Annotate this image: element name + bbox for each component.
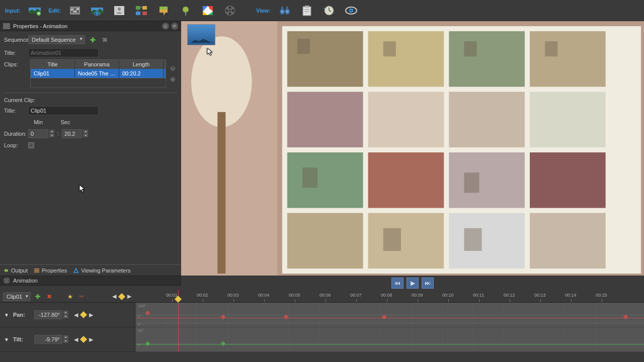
pan-disclosure-icon[interactable]: ▼	[4, 312, 9, 318]
panorama-thumbnail[interactable]	[187, 24, 215, 45]
timeline-toolbar: Clip01 ✚ ✖ ★ ✂ ◀ ▶	[0, 291, 136, 303]
panorama-viewport[interactable]	[181, 21, 644, 276]
tilt-lane[interactable]: 90° 0°	[136, 327, 644, 352]
history-clock-icon[interactable]	[320, 3, 338, 18]
current-clip-label: Current Clip:	[4, 97, 177, 103]
add-sequence-button[interactable]: ✚	[88, 35, 97, 44]
clip-row[interactable]: Clip01 Node05 The Do... 00:20.2	[31, 69, 166, 78]
remove-clip-button[interactable]: ⊖	[168, 63, 177, 72]
equalizer-icon[interactable]	[66, 3, 84, 18]
tilt-next-key[interactable]: ▶	[88, 336, 95, 343]
visibility-eye-icon[interactable]	[342, 3, 360, 18]
svg-point-8	[74, 11, 76, 13]
clip-title-input[interactable]	[28, 106, 99, 115]
panel-close-icon[interactable]: ✕	[171, 23, 178, 30]
ruler-mark: 00:03	[227, 293, 239, 298]
tilt-stepper[interactable]: ▴▾	[63, 335, 68, 343]
timeline-keyframe-nav: ◀ ▶	[111, 293, 133, 300]
play-button[interactable]: ▶	[407, 278, 419, 289]
panel-collapse-icon[interactable]: ⊙	[162, 23, 169, 30]
pan-label: Pan:	[13, 312, 34, 318]
svg-rect-71	[530, 213, 606, 268]
tilt-prev-key[interactable]: ◀	[72, 336, 79, 343]
add-clip-button[interactable]: ⊕	[168, 74, 177, 83]
pan-lane[interactable]: 360° 0° 0°	[136, 303, 644, 327]
col-title[interactable]: Title	[31, 60, 75, 69]
svg-rect-67	[530, 152, 606, 208]
pan-next-key[interactable]: ▶	[88, 311, 95, 318]
svg-point-30	[226, 9, 228, 12]
delete-sequence-button[interactable]: ✖	[100, 35, 109, 44]
tour-nodes-icon[interactable]	[132, 3, 150, 18]
animation-reel-icon[interactable]	[221, 3, 239, 18]
view-section-label: View:	[256, 8, 271, 14]
timeline-cut-button[interactable]: ✂	[77, 292, 86, 301]
sequence-label: Sequence:	[4, 37, 28, 43]
map-pin-icon[interactable]	[154, 3, 173, 18]
svg-point-82	[8, 280, 9, 282]
svg-rect-73	[383, 41, 396, 56]
preview-panorama-icon[interactable]	[88, 3, 106, 18]
pan-prev-key[interactable]: ◀	[72, 311, 79, 318]
anim-title-input[interactable]	[28, 48, 99, 57]
svg-rect-68	[287, 213, 363, 268]
pan-add-key[interactable]	[80, 311, 87, 318]
pan-value-input[interactable]	[34, 310, 62, 319]
skip-end-button[interactable]: ⏭	[422, 278, 434, 289]
timeline: Clip01 ✚ ✖ ★ ✂ ◀ ▶ ▼ Pan: ▴▾ ◀ ▶ ▼	[0, 291, 644, 352]
tab-output[interactable]: Output	[3, 267, 28, 274]
sequence-select[interactable]: Default Sequence	[28, 35, 85, 44]
clips-table: Title Panorama Length Clip01 Node05 The …	[30, 59, 166, 87]
sidebar-tabs: Output Properties Viewing Parameters	[0, 264, 181, 276]
next-key-button[interactable]: ▶	[126, 293, 133, 300]
col-panorama[interactable]: Panorama	[75, 60, 119, 69]
prev-key-button[interactable]: ◀	[111, 293, 118, 300]
clip-title-label: Title:	[4, 108, 28, 114]
svg-rect-64	[287, 152, 363, 208]
ruler-mark: 00:06	[319, 293, 331, 298]
timeline-tracks-panel: Clip01 ✚ ✖ ★ ✂ ◀ ▶ ▼ Pan: ▴▾ ◀ ▶ ▼	[0, 291, 136, 352]
svg-rect-75	[545, 41, 557, 56]
loop-checkbox[interactable]: ✓	[28, 142, 34, 148]
timeline-add-button[interactable]: ✚	[33, 292, 42, 301]
panel-title: Properties - Animation	[13, 23, 160, 29]
clips-label: Clips:	[4, 61, 28, 67]
tilt-value-input[interactable]	[34, 335, 62, 344]
timeline-delete-button[interactable]: ✖	[45, 292, 54, 301]
viewport-cursor-icon	[206, 47, 215, 56]
clip-title-cell: Clip01	[31, 69, 75, 78]
svg-rect-76	[302, 167, 317, 188]
ruler-mark: 00:07	[350, 293, 362, 298]
clipboard-icon[interactable]	[298, 3, 316, 18]
timeline-graph[interactable]: 00:0100:0200:0300:0400:0500:0600:0700:08…	[136, 291, 644, 352]
pan-stepper[interactable]: ▴▾	[63, 311, 68, 319]
duration-sec-input[interactable]	[62, 129, 82, 138]
add-key-button[interactable]	[118, 293, 125, 300]
timeline-ruler[interactable]: 00:0100:0200:0300:0400:0500:0600:0700:08…	[136, 291, 644, 303]
skip-start-button[interactable]: ⏮	[391, 278, 404, 289]
svg-rect-54	[217, 112, 225, 274]
tilt-add-key[interactable]	[80, 336, 87, 343]
tab-viewing-parameters[interactable]: Viewing Parameters	[73, 267, 130, 274]
edit-section-label: Edit:	[49, 8, 61, 14]
sec-stepper[interactable]: ▴▾	[83, 130, 88, 138]
col-length[interactable]: Length	[119, 60, 164, 69]
tab-properties[interactable]: Properties	[34, 267, 67, 274]
playhead[interactable]	[178, 291, 179, 352]
google-maps-icon[interactable]	[199, 3, 217, 18]
timeline-star-button[interactable]: ★	[65, 292, 74, 301]
tilt-label: Tilt:	[13, 336, 34, 342]
import-panorama-icon[interactable]: +	[26, 3, 44, 18]
svg-point-36	[281, 10, 284, 13]
svg-rect-18	[142, 12, 147, 15]
duration-min-input[interactable]	[28, 129, 48, 138]
tilt-disclosure-icon[interactable]: ▼	[4, 337, 9, 342]
min-stepper[interactable]: ▴▾	[49, 130, 54, 138]
clip-panorama-cell: Node05 The Do...	[75, 69, 119, 78]
empty-row	[31, 78, 166, 87]
binoculars-icon[interactable]	[276, 3, 294, 18]
timeline-clip-select[interactable]: Clip01	[3, 292, 31, 301]
hotspot-icon[interactable]	[177, 3, 195, 18]
svg-rect-15	[136, 6, 140, 10]
user-data-icon[interactable]	[110, 3, 128, 18]
